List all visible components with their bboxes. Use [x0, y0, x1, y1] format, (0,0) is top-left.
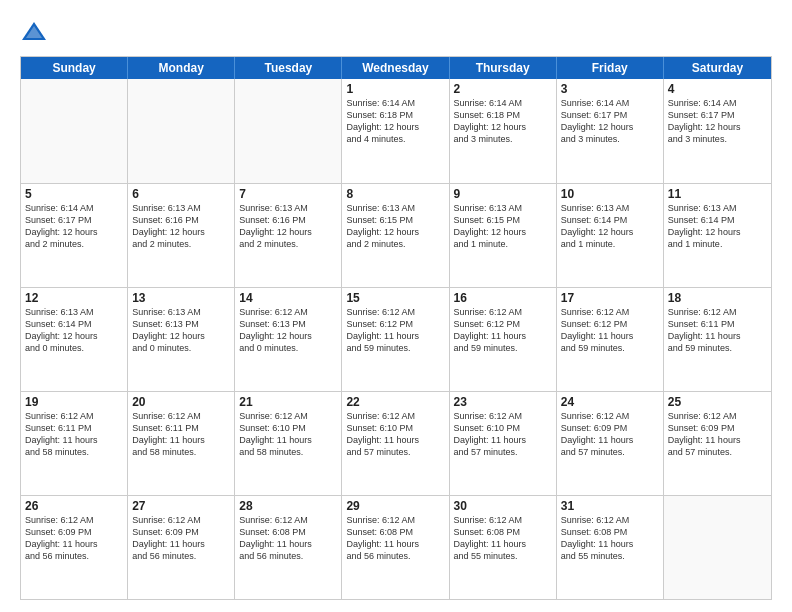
header-day-tuesday: Tuesday: [235, 57, 342, 79]
calendar-cell: 8Sunrise: 6:13 AM Sunset: 6:15 PM Daylig…: [342, 184, 449, 287]
day-number: 10: [561, 187, 659, 201]
logo: [20, 18, 52, 46]
cell-info: Sunrise: 6:12 AM Sunset: 6:09 PM Dayligh…: [561, 410, 659, 459]
calendar-cell: 17Sunrise: 6:12 AM Sunset: 6:12 PM Dayli…: [557, 288, 664, 391]
cell-info: Sunrise: 6:12 AM Sunset: 6:11 PM Dayligh…: [668, 306, 767, 355]
cell-info: Sunrise: 6:12 AM Sunset: 6:08 PM Dayligh…: [454, 514, 552, 563]
calendar-cell: 21Sunrise: 6:12 AM Sunset: 6:10 PM Dayli…: [235, 392, 342, 495]
cell-info: Sunrise: 6:13 AM Sunset: 6:16 PM Dayligh…: [239, 202, 337, 251]
calendar-cell: 20Sunrise: 6:12 AM Sunset: 6:11 PM Dayli…: [128, 392, 235, 495]
cell-info: Sunrise: 6:12 AM Sunset: 6:12 PM Dayligh…: [561, 306, 659, 355]
calendar-cell: 28Sunrise: 6:12 AM Sunset: 6:08 PM Dayli…: [235, 496, 342, 599]
calendar-cell: 10Sunrise: 6:13 AM Sunset: 6:14 PM Dayli…: [557, 184, 664, 287]
calendar-cell: 13Sunrise: 6:13 AM Sunset: 6:13 PM Dayli…: [128, 288, 235, 391]
cell-info: Sunrise: 6:12 AM Sunset: 6:12 PM Dayligh…: [346, 306, 444, 355]
calendar-cell: [235, 79, 342, 183]
calendar-header: SundayMondayTuesdayWednesdayThursdayFrid…: [21, 57, 771, 79]
day-number: 16: [454, 291, 552, 305]
calendar-cell: 12Sunrise: 6:13 AM Sunset: 6:14 PM Dayli…: [21, 288, 128, 391]
day-number: 20: [132, 395, 230, 409]
cell-info: Sunrise: 6:12 AM Sunset: 6:08 PM Dayligh…: [346, 514, 444, 563]
day-number: 7: [239, 187, 337, 201]
cell-info: Sunrise: 6:13 AM Sunset: 6:13 PM Dayligh…: [132, 306, 230, 355]
day-number: 22: [346, 395, 444, 409]
day-number: 19: [25, 395, 123, 409]
calendar-cell: 7Sunrise: 6:13 AM Sunset: 6:16 PM Daylig…: [235, 184, 342, 287]
calendar-cell: 9Sunrise: 6:13 AM Sunset: 6:15 PM Daylig…: [450, 184, 557, 287]
cell-info: Sunrise: 6:14 AM Sunset: 6:17 PM Dayligh…: [561, 97, 659, 146]
calendar-cell: 26Sunrise: 6:12 AM Sunset: 6:09 PM Dayli…: [21, 496, 128, 599]
calendar-cell: 27Sunrise: 6:12 AM Sunset: 6:09 PM Dayli…: [128, 496, 235, 599]
day-number: 15: [346, 291, 444, 305]
calendar-cell: 1Sunrise: 6:14 AM Sunset: 6:18 PM Daylig…: [342, 79, 449, 183]
calendar-body: 1Sunrise: 6:14 AM Sunset: 6:18 PM Daylig…: [21, 79, 771, 599]
day-number: 30: [454, 499, 552, 513]
cell-info: Sunrise: 6:12 AM Sunset: 6:09 PM Dayligh…: [132, 514, 230, 563]
day-number: 17: [561, 291, 659, 305]
day-number: 29: [346, 499, 444, 513]
day-number: 13: [132, 291, 230, 305]
cell-info: Sunrise: 6:13 AM Sunset: 6:15 PM Dayligh…: [454, 202, 552, 251]
page: SundayMondayTuesdayWednesdayThursdayFrid…: [0, 0, 792, 612]
calendar-cell: 29Sunrise: 6:12 AM Sunset: 6:08 PM Dayli…: [342, 496, 449, 599]
calendar-cell: [664, 496, 771, 599]
calendar-cell: 19Sunrise: 6:12 AM Sunset: 6:11 PM Dayli…: [21, 392, 128, 495]
cell-info: Sunrise: 6:12 AM Sunset: 6:13 PM Dayligh…: [239, 306, 337, 355]
day-number: 5: [25, 187, 123, 201]
day-number: 18: [668, 291, 767, 305]
cell-info: Sunrise: 6:12 AM Sunset: 6:11 PM Dayligh…: [132, 410, 230, 459]
day-number: 2: [454, 82, 552, 96]
calendar-cell: 5Sunrise: 6:14 AM Sunset: 6:17 PM Daylig…: [21, 184, 128, 287]
calendar: SundayMondayTuesdayWednesdayThursdayFrid…: [20, 56, 772, 600]
cell-info: Sunrise: 6:12 AM Sunset: 6:08 PM Dayligh…: [239, 514, 337, 563]
cell-info: Sunrise: 6:12 AM Sunset: 6:09 PM Dayligh…: [668, 410, 767, 459]
cell-info: Sunrise: 6:13 AM Sunset: 6:14 PM Dayligh…: [561, 202, 659, 251]
cell-info: Sunrise: 6:13 AM Sunset: 6:14 PM Dayligh…: [668, 202, 767, 251]
day-number: 23: [454, 395, 552, 409]
calendar-cell: [128, 79, 235, 183]
calendar-cell: 16Sunrise: 6:12 AM Sunset: 6:12 PM Dayli…: [450, 288, 557, 391]
cell-info: Sunrise: 6:12 AM Sunset: 6:12 PM Dayligh…: [454, 306, 552, 355]
header-day-wednesday: Wednesday: [342, 57, 449, 79]
calendar-cell: 23Sunrise: 6:12 AM Sunset: 6:10 PM Dayli…: [450, 392, 557, 495]
calendar-cell: 14Sunrise: 6:12 AM Sunset: 6:13 PM Dayli…: [235, 288, 342, 391]
header: [20, 18, 772, 46]
day-number: 14: [239, 291, 337, 305]
calendar-row-0: 1Sunrise: 6:14 AM Sunset: 6:18 PM Daylig…: [21, 79, 771, 183]
day-number: 11: [668, 187, 767, 201]
cell-info: Sunrise: 6:12 AM Sunset: 6:10 PM Dayligh…: [346, 410, 444, 459]
header-day-sunday: Sunday: [21, 57, 128, 79]
calendar-cell: [21, 79, 128, 183]
cell-info: Sunrise: 6:14 AM Sunset: 6:17 PM Dayligh…: [25, 202, 123, 251]
day-number: 28: [239, 499, 337, 513]
header-day-monday: Monday: [128, 57, 235, 79]
day-number: 24: [561, 395, 659, 409]
day-number: 6: [132, 187, 230, 201]
cell-info: Sunrise: 6:14 AM Sunset: 6:18 PM Dayligh…: [454, 97, 552, 146]
header-day-thursday: Thursday: [450, 57, 557, 79]
header-day-saturday: Saturday: [664, 57, 771, 79]
logo-icon: [20, 18, 48, 46]
calendar-cell: 15Sunrise: 6:12 AM Sunset: 6:12 PM Dayli…: [342, 288, 449, 391]
day-number: 12: [25, 291, 123, 305]
calendar-cell: 2Sunrise: 6:14 AM Sunset: 6:18 PM Daylig…: [450, 79, 557, 183]
calendar-cell: 18Sunrise: 6:12 AM Sunset: 6:11 PM Dayli…: [664, 288, 771, 391]
cell-info: Sunrise: 6:12 AM Sunset: 6:08 PM Dayligh…: [561, 514, 659, 563]
calendar-cell: 22Sunrise: 6:12 AM Sunset: 6:10 PM Dayli…: [342, 392, 449, 495]
day-number: 3: [561, 82, 659, 96]
calendar-row-3: 19Sunrise: 6:12 AM Sunset: 6:11 PM Dayli…: [21, 391, 771, 495]
calendar-cell: 24Sunrise: 6:12 AM Sunset: 6:09 PM Dayli…: [557, 392, 664, 495]
cell-info: Sunrise: 6:14 AM Sunset: 6:17 PM Dayligh…: [668, 97, 767, 146]
calendar-row-2: 12Sunrise: 6:13 AM Sunset: 6:14 PM Dayli…: [21, 287, 771, 391]
day-number: 26: [25, 499, 123, 513]
cell-info: Sunrise: 6:12 AM Sunset: 6:10 PM Dayligh…: [454, 410, 552, 459]
calendar-cell: 31Sunrise: 6:12 AM Sunset: 6:08 PM Dayli…: [557, 496, 664, 599]
cell-info: Sunrise: 6:13 AM Sunset: 6:16 PM Dayligh…: [132, 202, 230, 251]
cell-info: Sunrise: 6:13 AM Sunset: 6:15 PM Dayligh…: [346, 202, 444, 251]
day-number: 8: [346, 187, 444, 201]
cell-info: Sunrise: 6:12 AM Sunset: 6:11 PM Dayligh…: [25, 410, 123, 459]
day-number: 4: [668, 82, 767, 96]
cell-info: Sunrise: 6:13 AM Sunset: 6:14 PM Dayligh…: [25, 306, 123, 355]
cell-info: Sunrise: 6:14 AM Sunset: 6:18 PM Dayligh…: [346, 97, 444, 146]
calendar-cell: 3Sunrise: 6:14 AM Sunset: 6:17 PM Daylig…: [557, 79, 664, 183]
